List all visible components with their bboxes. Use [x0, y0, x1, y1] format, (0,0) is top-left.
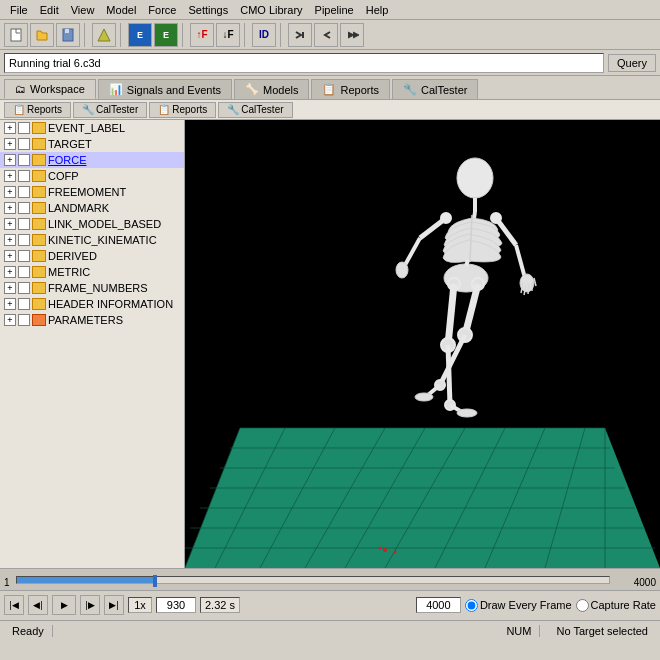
- tree-checkbox-freemoment[interactable]: [18, 186, 30, 198]
- step-forward-button[interactable]: |▶: [80, 595, 100, 615]
- timeline-progress-bar[interactable]: [16, 576, 610, 584]
- reports-icon: 📋: [322, 83, 336, 96]
- tree-item-kinetic-kinematic[interactable]: + KINETIC_KINEMATIC: [0, 232, 184, 248]
- tree-checkbox-derived[interactable]: [18, 250, 30, 262]
- menu-file[interactable]: File: [4, 2, 34, 18]
- arrow2-button[interactable]: [314, 23, 338, 47]
- sub-tab-caltester1[interactable]: 🔧 CalTester: [73, 102, 147, 118]
- max-frame-input[interactable]: [416, 597, 461, 613]
- edit-button[interactable]: [92, 23, 116, 47]
- tree-toggle-landmark[interactable]: +: [4, 202, 16, 214]
- tab-reports[interactable]: 📋 Reports: [311, 79, 390, 99]
- sub-caltester1-label: CalTester: [96, 104, 138, 115]
- tree-toggle-link-model-based[interactable]: +: [4, 218, 16, 230]
- menu-force[interactable]: Force: [142, 2, 182, 18]
- timeline-end-frame: 4000: [634, 577, 656, 588]
- draw-every-frame-option[interactable]: Draw Every Frame: [465, 599, 572, 612]
- tree-toggle-derived[interactable]: +: [4, 250, 16, 262]
- tree-toggle-freemoment[interactable]: +: [4, 186, 16, 198]
- tree-item-force[interactable]: + FORCE: [0, 152, 184, 168]
- 3d-viewport[interactable]: [185, 120, 660, 568]
- sub-tab-reports1[interactable]: 📋 Reports: [4, 102, 71, 118]
- tree-item-parameters[interactable]: + PARAMETERS: [0, 312, 184, 328]
- sub-tab-reports2[interactable]: 📋 Reports: [149, 102, 216, 118]
- draw-every-frame-label: Draw Every Frame: [480, 599, 572, 611]
- tree-checkbox-kinetic-kinematic[interactable]: [18, 234, 30, 246]
- tree-checkbox-target[interactable]: [18, 138, 30, 150]
- tab-workspace[interactable]: 🗂 Workspace: [4, 79, 96, 99]
- frame-input[interactable]: [156, 597, 196, 613]
- tree-item-header-info[interactable]: + HEADER INFORMATION: [0, 296, 184, 312]
- tree-item-link-model-based[interactable]: + LINK_MODEL_BASED: [0, 216, 184, 232]
- step-back-button[interactable]: ◀|: [28, 595, 48, 615]
- save-button[interactable]: [56, 23, 80, 47]
- play-button[interactable]: ▶: [52, 595, 76, 615]
- sub-caltester1-icon: 🔧: [82, 104, 94, 115]
- tree-checkbox-parameters[interactable]: [18, 314, 30, 326]
- tree-checkbox-metric[interactable]: [18, 266, 30, 278]
- tree-toggle-kinetic-kinematic[interactable]: +: [4, 234, 16, 246]
- svg-point-49: [415, 393, 433, 401]
- draw-every-frame-radio[interactable]: [465, 599, 478, 612]
- new-button[interactable]: [4, 23, 28, 47]
- tree-item-target[interactable]: + TARGET: [0, 136, 184, 152]
- force-down-button[interactable]: ↓F: [216, 23, 240, 47]
- sub-tab-caltester2[interactable]: 🔧 CalTester: [218, 102, 292, 118]
- open-button[interactable]: [30, 23, 54, 47]
- tree-item-freemoment[interactable]: + FREEMOMENT: [0, 184, 184, 200]
- menu-pipeline[interactable]: Pipeline: [309, 2, 360, 18]
- tree-label-derived: DERIVED: [48, 250, 97, 262]
- file-path-input[interactable]: [4, 53, 604, 73]
- tree-checkbox-cofp[interactable]: [18, 170, 30, 182]
- tree-checkbox-header-info[interactable]: [18, 298, 30, 310]
- tree-toggle-cofp[interactable]: +: [4, 170, 16, 182]
- menu-model[interactable]: Model: [100, 2, 142, 18]
- tree-toggle-force[interactable]: +: [4, 154, 16, 166]
- separator-3: [182, 23, 186, 47]
- menu-help[interactable]: Help: [360, 2, 395, 18]
- separator-5: [280, 23, 284, 47]
- menu-cmo-library[interactable]: CMO Library: [234, 2, 308, 18]
- tree-toggle-frame-numbers[interactable]: +: [4, 282, 16, 294]
- rewind-to-start-button[interactable]: |◀: [4, 595, 24, 615]
- menu-settings[interactable]: Settings: [182, 2, 234, 18]
- tree-toggle-parameters[interactable]: +: [4, 314, 16, 326]
- tree-checkbox-landmark[interactable]: [18, 202, 30, 214]
- tree-toggle-header-info[interactable]: +: [4, 298, 16, 310]
- timeline-thumb[interactable]: [153, 575, 157, 587]
- capture-rate-radio[interactable]: [576, 599, 589, 612]
- tree-icon-cofp: [32, 170, 46, 182]
- capture-rate-option[interactable]: Capture Rate: [576, 599, 656, 612]
- tree-checkbox-force[interactable]: [18, 154, 30, 166]
- tree-toggle-target[interactable]: +: [4, 138, 16, 150]
- svg-line-36: [528, 284, 529, 294]
- tree-checkbox-event-label[interactable]: [18, 122, 30, 134]
- tree-item-cofp[interactable]: + COFP: [0, 168, 184, 184]
- tree-item-metric[interactable]: + METRIC: [0, 264, 184, 280]
- tree-toggle-metric[interactable]: +: [4, 266, 16, 278]
- tree-checkbox-link-model-based[interactable]: [18, 218, 30, 230]
- id-button[interactable]: ID: [252, 23, 276, 47]
- tab-signals[interactable]: 📊 Signals and Events: [98, 79, 232, 99]
- tree-checkbox-frame-numbers[interactable]: [18, 282, 30, 294]
- sub-reports2-icon: 📋: [158, 104, 170, 115]
- tree-icon-freemoment: [32, 186, 46, 198]
- tab-caltester[interactable]: 🔧 CalTester: [392, 79, 478, 99]
- arrow3-button[interactable]: [340, 23, 364, 47]
- tree-toggle-event-label[interactable]: +: [4, 122, 16, 134]
- tab-models[interactable]: 🦴 Models: [234, 79, 309, 99]
- menu-view[interactable]: View: [65, 2, 101, 18]
- fast-forward-button[interactable]: ▶|: [104, 595, 124, 615]
- force-up-button[interactable]: ↑F: [190, 23, 214, 47]
- tree-item-derived[interactable]: + DERIVED: [0, 248, 184, 264]
- e-green-button[interactable]: E: [154, 23, 178, 47]
- tree-item-frame-numbers[interactable]: + FRAME_NUMBERS: [0, 280, 184, 296]
- query-button[interactable]: Query: [608, 54, 656, 72]
- main-content: + EVENT_LABEL + TARGET + FORCE + COFP +: [0, 120, 660, 568]
- tree-item-event-label[interactable]: + EVENT_LABEL: [0, 120, 184, 136]
- e-blue-button[interactable]: E: [128, 23, 152, 47]
- arrow1-button[interactable]: [288, 23, 312, 47]
- svg-rect-2: [65, 29, 69, 33]
- menu-edit[interactable]: Edit: [34, 2, 65, 18]
- tree-item-landmark[interactable]: + LANDMARK: [0, 200, 184, 216]
